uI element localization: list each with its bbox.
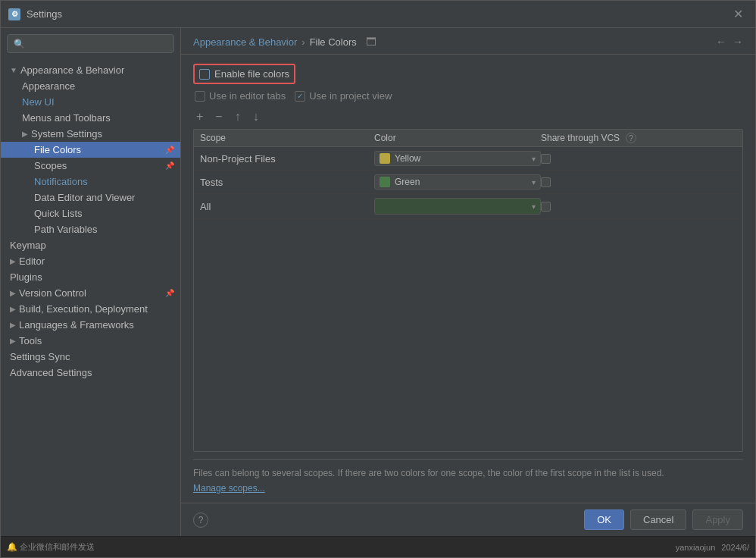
sidebar-item-build-execution[interactable]: ▶ Build, Execution, Deployment	[1, 301, 180, 317]
move-up-button[interactable]: ↑	[232, 109, 244, 124]
dropdown-arrow-icon: ▾	[532, 178, 536, 187]
color-cell[interactable]: Green ▾	[374, 174, 541, 190]
sidebar-item-label: Plugins	[10, 271, 42, 283]
window-title: Settings	[27, 8, 62, 20]
sidebar-item-label: Keymap	[10, 240, 46, 251]
scope-cell: Non-Project Files	[200, 153, 374, 165]
footer-left: ?	[193, 513, 208, 528]
remove-button[interactable]: −	[212, 109, 225, 124]
sidebar-item-file-colors[interactable]: File Colors 📌	[1, 142, 180, 158]
table-body: Non-Project Files Yellow ▾	[194, 147, 742, 451]
sidebar-item-label: Languages & Frameworks	[19, 319, 134, 331]
sidebar-item-label: Scopes	[34, 160, 67, 171]
sidebar-item-tools[interactable]: ▶ Tools	[1, 333, 180, 349]
move-down-button[interactable]: ↓	[250, 109, 262, 124]
enable-file-colors-checkbox[interactable]	[199, 69, 210, 80]
share-cell	[541, 154, 736, 164]
sidebar-item-plugins[interactable]: Plugins	[1, 269, 180, 285]
help-button[interactable]: ?	[193, 513, 208, 528]
sidebar-item-languages-frameworks[interactable]: ▶ Languages & Frameworks	[1, 317, 180, 333]
share-checkbox[interactable]	[541, 177, 551, 187]
search-box[interactable]: 🔍	[7, 34, 174, 53]
search-icon: 🔍	[14, 39, 25, 49]
back-button[interactable]: ←	[716, 36, 726, 48]
breadcrumb-pin-icon: 🗖	[366, 36, 376, 48]
arrow-icon: ▶	[22, 130, 28, 138]
arrow-icon: ▶	[10, 321, 16, 329]
sidebar-item-version-control[interactable]: ▶ Version Control 📌	[1, 285, 180, 301]
use-project-view-label: Use in project view	[309, 90, 392, 102]
color-dropdown-empty[interactable]: ▾	[374, 198, 541, 215]
sidebar-item-label: Menus and Toolbars	[22, 112, 111, 124]
info-text: Files can belong to several scopes. If t…	[193, 466, 743, 480]
color-name: Yellow	[395, 153, 420, 164]
sidebar-item-label: Data Editor and Viewer	[34, 192, 135, 203]
color-dropdown[interactable]: Green ▾	[374, 174, 541, 190]
manage-scopes-link[interactable]: Manage scopes...	[193, 483, 265, 494]
sidebar-item-keymap[interactable]: Keymap	[1, 237, 180, 253]
help-icon: ?	[626, 133, 636, 143]
sidebar-item-label: Advanced Settings	[10, 367, 92, 378]
use-editor-tabs-item: Use in editor tabs	[195, 90, 286, 102]
pin-icon: 📌	[165, 161, 174, 170]
breadcrumb-parent[interactable]: Appearance & Behavior	[193, 36, 297, 48]
sidebar: 🔍 ▼ Appearance & Behavior Appearance New…	[1, 28, 181, 536]
use-editor-tabs-checkbox[interactable]	[195, 91, 205, 102]
pin-icon: 📌	[165, 289, 174, 297]
color-cell[interactable]: ▾	[374, 198, 541, 215]
sidebar-item-editor[interactable]: ▶ Editor	[1, 253, 180, 269]
scope-column-header: Scope	[200, 133, 374, 143]
nav-tree: ▼ Appearance & Behavior Appearance New U…	[1, 59, 180, 536]
share-checkbox[interactable]	[541, 202, 551, 212]
use-project-view-checkbox[interactable]	[295, 91, 305, 102]
content-header: Appearance & Behavior › File Colors 🗖 ← …	[181, 28, 755, 55]
sidebar-item-menus-toolbars[interactable]: Menus and Toolbars	[1, 110, 180, 126]
sidebar-item-appearance[interactable]: Appearance	[1, 78, 180, 94]
sidebar-item-quick-lists[interactable]: Quick Lists	[1, 205, 180, 221]
cancel-button[interactable]: Cancel	[630, 509, 686, 530]
help-icon: ?	[198, 515, 204, 525]
taskbar-user: yanxiaojun	[676, 543, 716, 552]
sidebar-item-appearance-behavior[interactable]: ▼ Appearance & Behavior	[1, 62, 180, 78]
share-checkbox[interactable]	[541, 154, 551, 164]
close-button[interactable]: ✕	[729, 5, 748, 23]
main-content: 🔍 ▼ Appearance & Behavior Appearance New…	[1, 28, 755, 536]
color-name: Green	[395, 177, 420, 187]
sidebar-item-label: System Settings	[31, 128, 102, 140]
forward-button[interactable]: →	[733, 36, 743, 48]
sidebar-item-label: Tools	[19, 335, 42, 346]
search-input[interactable]	[30, 38, 167, 49]
enable-file-colors-checkbox-wrapper[interactable]: Enable file colors	[199, 68, 289, 80]
sidebar-item-scopes[interactable]: Scopes 📌	[1, 158, 180, 174]
app-icon: ⚙	[8, 8, 20, 20]
ok-button[interactable]: OK	[584, 509, 624, 530]
arrow-icon: ▶	[10, 337, 16, 345]
scope-cell: Tests	[200, 177, 374, 188]
sidebar-item-label: Notifications	[34, 176, 88, 187]
table-header: Scope Color Share through VCS ?	[194, 130, 742, 147]
sidebar-item-path-variables[interactable]: Path Variables	[1, 221, 180, 237]
sidebar-item-label: Build, Execution, Deployment	[19, 303, 148, 315]
color-cell[interactable]: Yellow ▾	[374, 151, 541, 166]
sidebar-item-advanced-settings[interactable]: Advanced Settings	[1, 365, 180, 381]
pin-icon: 📌	[165, 146, 174, 154]
sidebar-item-system-settings[interactable]: ▶ System Settings	[1, 126, 180, 142]
dropdown-arrow-icon: ▾	[532, 202, 536, 211]
sidebar-item-notifications[interactable]: Notifications	[1, 174, 180, 190]
sidebar-item-label: Quick Lists	[34, 208, 83, 219]
taskbar-date: 2024/6/	[721, 543, 749, 552]
sidebar-item-data-editor[interactable]: Data Editor and Viewer	[1, 190, 180, 205]
sidebar-item-label: Path Variables	[34, 224, 98, 235]
nav-arrows: ← →	[716, 36, 743, 48]
sidebar-item-new-ui[interactable]: New UI	[1, 94, 180, 110]
taskbar: 🔔 企业微信和邮件发送 yanxiaojun 2024/6/	[1, 536, 755, 557]
settings-panel: Enable file colors Use in editor tabs Us…	[181, 55, 755, 503]
sidebar-item-settings-sync[interactable]: Settings Sync	[1, 349, 180, 365]
arrow-icon: ▼	[10, 66, 17, 74]
sidebar-item-label: Appearance	[22, 80, 75, 92]
color-dropdown[interactable]: Yellow ▾	[374, 151, 541, 166]
table-controls: + − ↑ ↓	[193, 109, 743, 124]
add-button[interactable]: +	[193, 109, 206, 124]
info-section: Files can belong to several scopes. If t…	[193, 459, 743, 494]
apply-button[interactable]: Apply	[692, 509, 743, 530]
